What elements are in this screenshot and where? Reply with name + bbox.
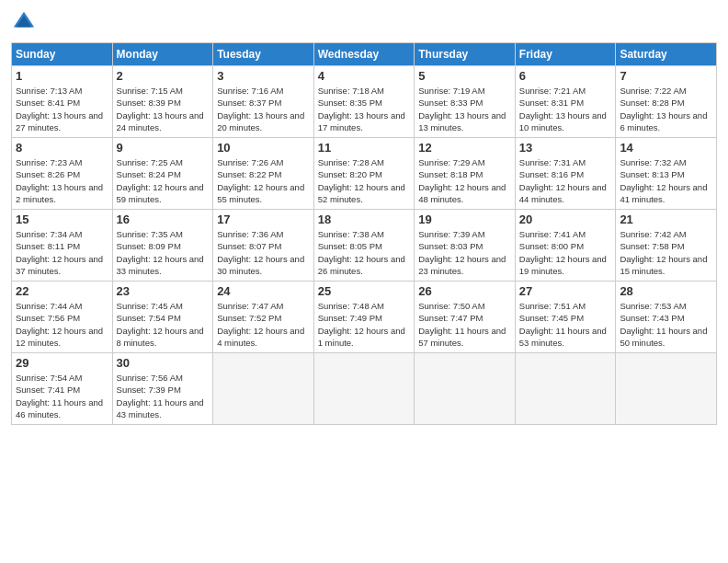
sunrise: Sunrise: 7:16 AM: [217, 86, 283, 96]
page-container: SundayMondayTuesdayWednesdayThursdayFrid…: [0, 0, 728, 434]
day-cell: 8Sunrise: 7:23 AMSunset: 8:26 PMDaylight…: [12, 138, 113, 210]
daylight: Daylight: 12 hours and 8 minutes.: [117, 326, 204, 348]
calendar-table: SundayMondayTuesdayWednesdayThursdayFrid…: [11, 42, 717, 425]
day-cell: 30Sunrise: 7:56 AMSunset: 7:39 PMDayligh…: [112, 353, 213, 425]
daylight: Daylight: 11 hours and 50 minutes.: [620, 326, 707, 348]
day-info: Sunrise: 7:47 AMSunset: 7:52 PMDaylight:…: [217, 300, 310, 349]
sunset: Sunset: 8:24 PM: [117, 169, 181, 179]
day-info: Sunrise: 7:31 AMSunset: 8:16 PMDaylight:…: [519, 156, 612, 205]
day-info: Sunrise: 7:16 AMSunset: 8:37 PMDaylight:…: [217, 85, 310, 133]
day-cell: 15Sunrise: 7:34 AMSunset: 8:11 PMDayligh…: [12, 210, 113, 282]
day-cell: [515, 353, 616, 425]
day-cell: 12Sunrise: 7:29 AMSunset: 8:18 PMDayligh…: [415, 138, 516, 210]
sunrise: Sunrise: 7:39 AM: [418, 229, 484, 239]
day-cell: 22Sunrise: 7:44 AMSunset: 7:56 PMDayligh…: [12, 282, 113, 353]
sunrise: Sunrise: 7:18 AM: [318, 86, 384, 96]
sunset: Sunset: 8:05 PM: [318, 241, 382, 251]
day-cell: 25Sunrise: 7:48 AMSunset: 7:49 PMDayligh…: [313, 282, 415, 353]
sunrise: Sunrise: 7:42 AM: [620, 229, 686, 239]
daylight: Daylight: 12 hours and 48 minutes.: [418, 182, 506, 204]
daylight: Daylight: 12 hours and 15 minutes.: [620, 254, 707, 276]
sunset: Sunset: 8:39 PM: [117, 98, 181, 108]
sunrise: Sunrise: 7:34 AM: [16, 229, 82, 239]
sunset: Sunset: 7:56 PM: [16, 313, 80, 323]
day-info: Sunrise: 7:44 AMSunset: 7:56 PMDaylight:…: [16, 300, 108, 349]
daylight: Daylight: 12 hours and 44 minutes.: [519, 182, 607, 204]
daylight: Daylight: 12 hours and 26 minutes.: [318, 254, 405, 276]
day-cell: 9Sunrise: 7:25 AMSunset: 8:24 PMDaylight…: [112, 138, 213, 210]
day-number: 4: [318, 69, 411, 83]
sunset: Sunset: 7:45 PM: [519, 313, 584, 323]
day-number: 6: [519, 69, 612, 83]
sunset: Sunset: 7:39 PM: [117, 385, 181, 395]
sunset: Sunset: 8:20 PM: [318, 169, 382, 179]
day-number: 28: [620, 284, 712, 298]
week-row-1: 1Sunrise: 7:13 AMSunset: 8:41 PMDaylight…: [12, 66, 717, 138]
sunrise: Sunrise: 7:35 AM: [117, 229, 183, 239]
day-info: Sunrise: 7:26 AMSunset: 8:22 PMDaylight:…: [217, 156, 310, 205]
sunset: Sunset: 8:28 PM: [620, 98, 684, 108]
day-info: Sunrise: 7:28 AMSunset: 8:20 PMDaylight:…: [318, 156, 411, 205]
day-cell: 26Sunrise: 7:50 AMSunset: 7:47 PMDayligh…: [415, 282, 516, 353]
week-row-5: 29Sunrise: 7:54 AMSunset: 7:41 PMDayligh…: [12, 353, 717, 425]
col-header-sunday: Sunday: [12, 43, 113, 66]
day-cell: [213, 353, 314, 425]
sunrise: Sunrise: 7:32 AM: [620, 157, 686, 167]
day-cell: 13Sunrise: 7:31 AMSunset: 8:16 PMDayligh…: [515, 138, 616, 210]
col-header-wednesday: Wednesday: [313, 43, 415, 66]
daylight: Daylight: 12 hours and 23 minutes.: [418, 254, 506, 276]
day-info: Sunrise: 7:18 AMSunset: 8:35 PMDaylight:…: [318, 85, 411, 133]
sunset: Sunset: 8:26 PM: [16, 169, 80, 179]
day-cell: 3Sunrise: 7:16 AMSunset: 8:37 PMDaylight…: [213, 66, 314, 138]
daylight: Daylight: 12 hours and 33 minutes.: [117, 254, 204, 276]
day-cell: 7Sunrise: 7:22 AMSunset: 8:28 PMDaylight…: [616, 66, 717, 138]
daylight: Daylight: 13 hours and 20 minutes.: [217, 110, 304, 132]
daylight: Daylight: 12 hours and 55 minutes.: [217, 182, 304, 204]
day-info: Sunrise: 7:36 AMSunset: 8:07 PMDaylight:…: [217, 228, 310, 277]
daylight: Daylight: 12 hours and 4 minutes.: [217, 326, 304, 348]
daylight: Daylight: 12 hours and 19 minutes.: [519, 254, 607, 276]
day-cell: 17Sunrise: 7:36 AMSunset: 8:07 PMDayligh…: [213, 210, 314, 282]
daylight: Daylight: 13 hours and 24 minutes.: [117, 110, 204, 132]
daylight: Daylight: 12 hours and 12 minutes.: [16, 326, 103, 348]
sunset: Sunset: 7:54 PM: [117, 313, 181, 323]
logo-icon: [11, 9, 37, 35]
day-number: 9: [117, 141, 210, 155]
daylight: Daylight: 13 hours and 13 minutes.: [418, 110, 506, 132]
day-cell: 18Sunrise: 7:38 AMSunset: 8:05 PMDayligh…: [313, 210, 415, 282]
sunrise: Sunrise: 7:50 AM: [418, 301, 484, 311]
sunset: Sunset: 8:07 PM: [217, 241, 281, 251]
logo: [11, 9, 40, 35]
sunset: Sunset: 8:41 PM: [16, 98, 80, 108]
sunrise: Sunrise: 7:22 AM: [620, 86, 686, 96]
day-number: 18: [318, 213, 411, 226]
sunset: Sunset: 8:11 PM: [16, 241, 80, 251]
day-info: Sunrise: 7:35 AMSunset: 8:09 PMDaylight:…: [117, 228, 210, 277]
sunrise: Sunrise: 7:44 AM: [16, 301, 82, 311]
day-info: Sunrise: 7:56 AMSunset: 7:39 PMDaylight:…: [117, 372, 210, 420]
day-number: 5: [418, 69, 511, 83]
day-number: 2: [117, 69, 210, 83]
col-header-tuesday: Tuesday: [213, 43, 314, 66]
day-number: 24: [217, 284, 310, 298]
day-cell: 14Sunrise: 7:32 AMSunset: 8:13 PMDayligh…: [616, 138, 717, 210]
day-cell: 27Sunrise: 7:51 AMSunset: 7:45 PMDayligh…: [515, 282, 616, 353]
sunset: Sunset: 7:47 PM: [418, 313, 483, 323]
day-info: Sunrise: 7:15 AMSunset: 8:39 PMDaylight:…: [117, 85, 210, 133]
col-header-saturday: Saturday: [616, 43, 717, 66]
col-header-monday: Monday: [112, 43, 213, 66]
day-cell: 28Sunrise: 7:53 AMSunset: 7:43 PMDayligh…: [616, 282, 717, 353]
day-info: Sunrise: 7:51 AMSunset: 7:45 PMDaylight:…: [519, 300, 612, 349]
day-number: 8: [16, 141, 108, 155]
sunset: Sunset: 8:22 PM: [217, 169, 281, 179]
daylight: Daylight: 13 hours and 2 minutes.: [16, 182, 103, 204]
sunset: Sunset: 8:31 PM: [519, 98, 584, 108]
day-cell: 20Sunrise: 7:41 AMSunset: 8:00 PMDayligh…: [515, 210, 616, 282]
daylight: Daylight: 12 hours and 1 minute.: [318, 326, 405, 348]
col-header-friday: Friday: [515, 43, 616, 66]
sunset: Sunset: 8:03 PM: [418, 241, 483, 251]
day-number: 11: [318, 141, 411, 155]
sunrise: Sunrise: 7:53 AM: [620, 301, 686, 311]
day-cell: 16Sunrise: 7:35 AMSunset: 8:09 PMDayligh…: [112, 210, 213, 282]
day-cell: [313, 353, 415, 425]
